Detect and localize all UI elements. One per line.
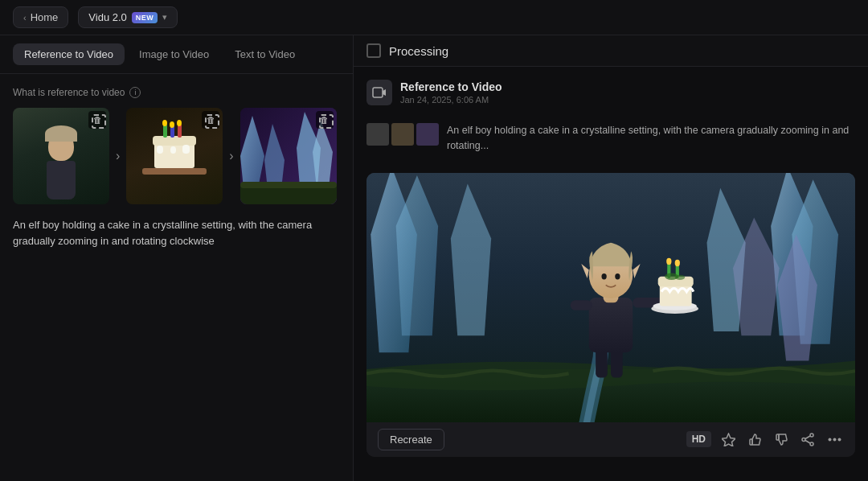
recreate-button[interactable]: Recreate [378, 429, 444, 450]
message-icon [366, 80, 392, 105]
dislike-button[interactable] [772, 430, 791, 449]
processing-checkbox[interactable] [366, 43, 381, 58]
thumbs-up-icon [748, 433, 762, 446]
svg-rect-0 [142, 168, 207, 175]
select-icon [92, 114, 106, 129]
left-content: What is reference to video i [0, 74, 353, 481]
svg-rect-3 [157, 146, 163, 154]
more-icon [828, 438, 841, 442]
tab-bar: Reference to Video Image to Video Text t… [0, 35, 353, 74]
svg-point-55 [810, 442, 813, 446]
hd-badge: HD [686, 431, 711, 447]
elf-figure [37, 132, 85, 204]
prompt-row: An elf boy holding a cake in a crystalli… [366, 123, 855, 154]
message-title-group: Reference to Video Jan 24, 2025, 6:06 AM [400, 80, 502, 105]
processing-label: Processing [389, 44, 448, 58]
thumbnail-strip [366, 123, 439, 146]
share-button[interactable] [799, 430, 817, 449]
processing-bar: Processing [354, 35, 868, 67]
svg-rect-52 [776, 434, 779, 440]
chevron-down-icon: ▾ [162, 12, 167, 23]
image-3-controls: 🗑 [316, 111, 334, 129]
image-slot-3[interactable]: 🗑 [240, 108, 337, 204]
prompt-caption: An elf boy holding a cake in a crystalli… [447, 123, 855, 154]
svg-rect-2 [153, 136, 196, 146]
arrow-icon: › [116, 149, 120, 163]
message-date: Jan 24, 2025, 6:06 AM [400, 95, 502, 105]
svg-point-11 [177, 120, 182, 126]
tab-text-to-video[interactable]: Text to Video [223, 43, 306, 65]
image-slot-2[interactable]: 🗑 [126, 108, 223, 204]
tab-image-to-video[interactable]: Image to Video [128, 43, 220, 65]
elf-hair [45, 125, 77, 142]
left-panel: Reference to Video Image to Video Text t… [0, 35, 354, 481]
video-frame[interactable]: Recreate HD [366, 173, 855, 457]
svg-point-44 [675, 274, 686, 279]
svg-rect-33 [571, 300, 592, 310]
video-icon [372, 85, 387, 100]
chevron-left-icon: ‹ [23, 13, 27, 23]
more-options-button[interactable] [825, 435, 844, 444]
image-1-controls: 🗑 [88, 111, 106, 129]
vidu-version-button[interactable]: Vidu 2.0 NEW ▾ [78, 6, 178, 28]
video-visual [366, 173, 855, 422]
svg-rect-18 [240, 182, 337, 188]
video-bottom-bar: Recreate HD [366, 422, 855, 457]
home-label: Home [31, 11, 59, 23]
star-icon [722, 433, 735, 446]
svg-rect-32 [589, 298, 633, 352]
svg-point-60 [838, 438, 841, 441]
select-icon-3 [319, 114, 334, 129]
image-2-controls: 🗑 [202, 111, 219, 129]
select-icon-2 [205, 114, 219, 129]
tab-reference-to-video[interactable]: Reference to Video [13, 43, 125, 65]
svg-rect-51 [750, 439, 752, 445]
crystal-background [366, 173, 855, 422]
elf-body [47, 161, 76, 199]
thumb-2 [391, 123, 414, 146]
svg-marker-50 [722, 434, 735, 446]
message-header: Reference to Video Jan 24, 2025, 6:06 AM [366, 80, 855, 105]
svg-point-10 [170, 121, 174, 128]
svg-point-59 [833, 438, 837, 441]
svg-point-58 [829, 438, 832, 441]
svg-line-56 [805, 436, 810, 439]
right-panel: Processing Reference to Video Jan 24, 20… [354, 35, 868, 481]
prompt-text: An elf boy holding a cake in a crystalli… [13, 217, 340, 249]
svg-point-42 [675, 259, 680, 265]
svg-line-57 [805, 440, 810, 443]
new-badge: NEW [132, 12, 158, 23]
right-scroll: Reference to Video Jan 24, 2025, 6:06 AM… [354, 67, 868, 481]
thumbs-down-icon [775, 433, 788, 446]
main-layout: Reference to Video Image to Video Text t… [0, 35, 868, 481]
section-label: What is reference to video i [13, 87, 340, 98]
video-actions: HD [686, 430, 844, 449]
info-icon[interactable]: i [129, 87, 141, 98]
topbar: ‹ Home Vidu 2.0 NEW ▾ [0, 0, 868, 35]
video-scene-svg [366, 173, 855, 422]
thumb-3 [416, 123, 439, 146]
svg-point-54 [802, 438, 805, 441]
svg-rect-5 [182, 145, 190, 154]
image-grid: 🗑 › [13, 108, 340, 204]
message-title: Reference to Video [400, 80, 502, 93]
svg-point-47 [601, 273, 606, 279]
svg-point-9 [162, 120, 167, 126]
elf-head [48, 132, 74, 161]
image-slot-1[interactable]: 🗑 [13, 108, 109, 204]
share-icon [801, 433, 815, 446]
svg-point-48 [615, 273, 620, 279]
svg-point-41 [666, 257, 671, 264]
svg-rect-19 [373, 88, 383, 97]
svg-point-53 [810, 434, 813, 437]
home-button[interactable]: ‹ Home [13, 6, 68, 28]
svg-rect-4 [170, 146, 176, 154]
arrow-icon-2: › [229, 149, 233, 163]
thumb-1 [366, 123, 389, 146]
vidu-version-label: Vidu 2.0 [88, 11, 126, 23]
star-button[interactable] [719, 430, 738, 449]
like-button[interactable] [746, 430, 764, 449]
